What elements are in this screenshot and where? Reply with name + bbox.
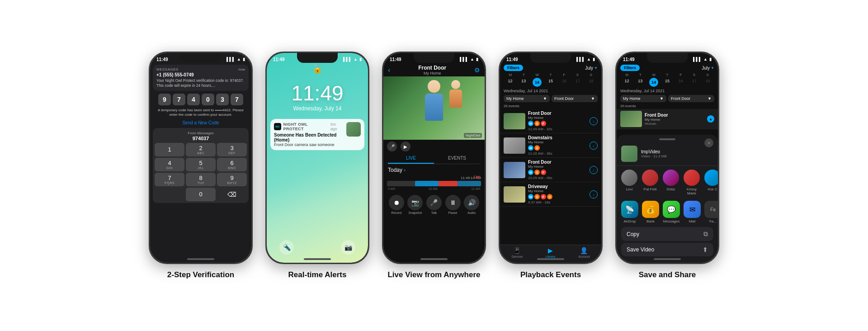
contact-avatar-extra	[704, 170, 718, 186]
event-list: Front Door My Home M O F 11:49 AM - 32s …	[500, 109, 601, 207]
phone-label-5: Save and Share	[639, 270, 696, 279]
tag-motion: M	[528, 121, 533, 126]
cal-date-13[interactable]: 13	[517, 78, 530, 87]
key-5[interactable]: 5JKL	[186, 158, 216, 171]
key-4[interactable]: 4GHI	[155, 158, 184, 171]
cal-date-14-5[interactable]: 14	[649, 78, 658, 87]
mail-icon: ✉	[684, 201, 701, 218]
share-airdrop[interactable]: 📡 AirDrop	[621, 201, 638, 223]
gear-icon[interactable]: ⚙	[474, 66, 480, 74]
copy-button[interactable]: Copy ⧉	[621, 227, 713, 241]
share-mail[interactable]: ✉ Mail	[684, 201, 701, 223]
share-sheet: ✕ tmpVideo Video · 11.3 MB Levi	[617, 135, 718, 263]
today-label: Today ›	[383, 164, 485, 174]
pause-button[interactable]: ⏸ Pause	[445, 195, 461, 214]
camera-title-area: Front Door My Home	[418, 65, 446, 76]
cal-date-15-5[interactable]: 15	[661, 78, 674, 87]
share-messages[interactable]: 💬 Messages	[663, 201, 680, 223]
save-video-label: Save Video	[627, 246, 654, 253]
camera-dropdown[interactable]: Front Door ▼	[552, 95, 598, 102]
filter-row-5: My Home ▼ Front Door ▼	[617, 94, 718, 103]
key-3[interactable]: 3DEF	[217, 143, 247, 156]
save-video-button[interactable]: Save Video ⬆	[621, 243, 713, 256]
key-0[interactable]: 0	[186, 188, 216, 201]
event-download-2[interactable]: ↓	[590, 142, 598, 150]
back-button[interactable]: ‹	[388, 66, 390, 74]
send-new-code-link[interactable]: Send a New Code	[153, 120, 249, 125]
contact-dribz[interactable]: Dribz	[663, 170, 679, 195]
location-dropdown[interactable]: My Home ▼	[504, 95, 550, 102]
play-button[interactable]: ▶	[401, 142, 410, 151]
share-more[interactable]: Fa Fa...	[704, 201, 718, 223]
devices-icon: 📱	[513, 247, 521, 254]
key-7[interactable]: 7PQRS	[155, 173, 184, 186]
event-item-1[interactable]: Front Door My Home M O F 11:49 AM - 32s …	[500, 109, 601, 133]
cal-date-18[interactable]: 18	[585, 78, 598, 87]
home-indicator-5	[654, 258, 681, 260]
cal-date-14[interactable]: 14	[533, 78, 542, 87]
devices-label: Devices	[511, 255, 523, 258]
msg-app-name: MESSAGES	[156, 67, 179, 71]
key-6[interactable]: 6MNO	[217, 158, 247, 171]
nav-devices[interactable]: 📱 Devices	[511, 247, 523, 258]
message-notification: MESSAGES now +1 (555) 555-0749 Your Nigh…	[153, 65, 249, 91]
cal-date-12[interactable]: 12	[504, 78, 517, 87]
event-item-5-1[interactable]: Front Door My Home Human ▲	[617, 109, 718, 129]
event-download-4[interactable]: ↓	[590, 190, 598, 199]
event-tags-3: M O F	[528, 170, 587, 175]
location-dropdown-5[interactable]: My Home ▼	[620, 95, 666, 102]
phone-4-screen: 11:49 ▌▌▌ ▲ ▮ Filters July ▼	[500, 53, 601, 263]
tab-events[interactable]: EVENTS	[434, 153, 480, 164]
cal-date-18-5[interactable]: 18	[701, 78, 714, 87]
bank-label: Bank	[646, 219, 655, 223]
cal-date-15[interactable]: 15	[544, 78, 557, 87]
event-item-2[interactable]: Downstairs My Home M O 11:16 AM - 36s ↓	[500, 133, 601, 158]
month-selector-5[interactable]: July ▼	[702, 66, 714, 71]
key-delete[interactable]: ⌫	[217, 188, 247, 201]
nav-library[interactable]: ▶ Library	[546, 247, 555, 258]
event-up-arrow[interactable]: ▲	[707, 115, 714, 123]
home-indicator-1	[187, 258, 214, 260]
contact-extra[interactable]: #ne C	[704, 170, 718, 195]
key-1[interactable]: 1	[155, 143, 184, 156]
event-item-4[interactable]: Driveway My Home M O F O 9:37 AM - 16s ↓	[500, 182, 601, 207]
share-bank[interactable]: 💰 Bank	[642, 201, 659, 223]
month-selector[interactable]: July ▼	[585, 66, 598, 71]
event-item-3[interactable]: Front Door My Home M O F 10:25 AM - 09s …	[500, 158, 601, 182]
camera-dropdown-5[interactable]: Front Door ▼	[668, 95, 714, 102]
flashlight-icon[interactable]: 🔦	[279, 240, 294, 255]
microphone-button[interactable]: 🎤	[387, 142, 397, 151]
cal-date-13-5[interactable]: 13	[634, 78, 647, 87]
timeline-bar[interactable]	[387, 181, 481, 186]
camera-icon[interactable]: 📷	[341, 240, 355, 255]
cal-date-16[interactable]: 16	[557, 78, 571, 87]
filter-chip-5[interactable]: Filters	[620, 65, 640, 71]
key-2[interactable]: 2ABC	[186, 143, 216, 156]
cal-date-12-5[interactable]: 12	[620, 78, 633, 87]
event-download-3[interactable]: ↓	[590, 166, 598, 174]
cal-date-17-5[interactable]: 17	[688, 78, 701, 87]
contact-krissy[interactable]: Krissy Marie	[684, 170, 700, 195]
key-9[interactable]: 9WXYZ	[217, 173, 247, 186]
audio-button[interactable]: 🔊 Audio	[464, 195, 479, 214]
contact-pat[interactable]: Pat Felli	[642, 170, 658, 195]
record-button[interactable]: ⏺ Record	[389, 195, 404, 214]
nav-account[interactable]: 👤 Account	[578, 247, 590, 258]
tab-live[interactable]: LIVE	[388, 153, 434, 164]
contact-levi[interactable]: Levi	[621, 170, 637, 195]
snapshot-button[interactable]: 📷 Snapshot	[407, 195, 423, 214]
key-8[interactable]: 8TUV	[186, 173, 216, 186]
bank-icon: 💰	[642, 201, 659, 218]
account-icon: 👤	[580, 247, 588, 254]
talk-button[interactable]: 🎤 Talk	[426, 195, 442, 214]
share-close-button[interactable]: ✕	[704, 138, 713, 147]
snapshot-label: Snapshot	[409, 211, 422, 214]
today-chevron: ›	[402, 167, 406, 173]
cal-date-17[interactable]: 17	[571, 78, 584, 87]
code-digit-5: 3	[216, 94, 229, 105]
tag-object-2: O	[534, 145, 540, 151]
status-icons-1: ▌▌▌ ▲ ▮	[226, 57, 245, 61]
filter-chip[interactable]: Filters	[504, 65, 523, 71]
event-download-1[interactable]: ↓	[590, 117, 598, 125]
cal-date-16-5[interactable]: 16	[674, 78, 687, 87]
